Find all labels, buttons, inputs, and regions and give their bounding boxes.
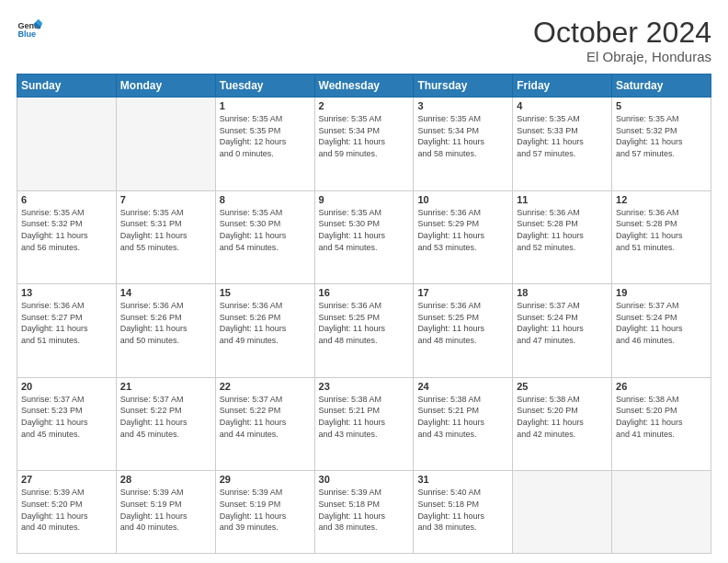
day-number: 3 — [417, 100, 508, 111]
day-detail: Sunrise: 5:39 AM Sunset: 5:19 PM Dayligh… — [120, 487, 211, 533]
day-number: 15 — [220, 287, 311, 298]
location-title: El Obraje, Honduras — [533, 49, 711, 64]
day-number: 21 — [120, 381, 211, 392]
day-detail: Sunrise: 5:35 AM Sunset: 5:33 PM Dayligh… — [517, 113, 608, 159]
day-detail: Sunrise: 5:36 AM Sunset: 5:25 PM Dayligh… — [319, 300, 410, 346]
day-detail: Sunrise: 5:35 AM Sunset: 5:30 PM Dayligh… — [319, 207, 410, 253]
day-cell: 18Sunrise: 5:37 AM Sunset: 5:24 PM Dayli… — [513, 284, 612, 378]
day-cell: 15Sunrise: 5:36 AM Sunset: 5:26 PM Dayli… — [215, 284, 314, 378]
day-number: 9 — [319, 194, 410, 205]
day-detail: Sunrise: 5:38 AM Sunset: 5:20 PM Dayligh… — [616, 394, 707, 440]
day-number: 25 — [517, 381, 608, 392]
day-cell: 30Sunrise: 5:39 AM Sunset: 5:18 PM Dayli… — [314, 471, 414, 554]
day-number: 27 — [21, 474, 112, 485]
day-number: 8 — [220, 194, 311, 205]
day-detail: Sunrise: 5:36 AM Sunset: 5:29 PM Dayligh… — [417, 207, 508, 253]
day-detail: Sunrise: 5:35 AM Sunset: 5:30 PM Dayligh… — [220, 207, 311, 253]
day-number: 5 — [616, 100, 707, 111]
day-cell: 20Sunrise: 5:37 AM Sunset: 5:23 PM Dayli… — [17, 377, 117, 471]
day-detail: Sunrise: 5:37 AM Sunset: 5:24 PM Dayligh… — [517, 300, 608, 346]
week-row-4: 20Sunrise: 5:37 AM Sunset: 5:23 PM Dayli… — [17, 377, 711, 471]
week-row-3: 13Sunrise: 5:36 AM Sunset: 5:27 PM Dayli… — [17, 284, 711, 378]
day-number: 7 — [120, 194, 211, 205]
day-cell — [17, 98, 117, 191]
day-cell: 5Sunrise: 5:35 AM Sunset: 5:32 PM Daylig… — [612, 98, 711, 191]
day-number: 28 — [120, 474, 211, 485]
day-cell: 4Sunrise: 5:35 AM Sunset: 5:33 PM Daylig… — [513, 98, 612, 191]
day-detail: Sunrise: 5:37 AM Sunset: 5:24 PM Dayligh… — [616, 300, 707, 346]
day-cell: 21Sunrise: 5:37 AM Sunset: 5:22 PM Dayli… — [116, 377, 215, 471]
day-cell: 27Sunrise: 5:39 AM Sunset: 5:20 PM Dayli… — [17, 471, 117, 554]
day-cell: 16Sunrise: 5:36 AM Sunset: 5:25 PM Dayli… — [314, 284, 414, 378]
day-detail: Sunrise: 5:39 AM Sunset: 5:19 PM Dayligh… — [220, 487, 311, 533]
day-number: 6 — [21, 194, 112, 205]
day-number: 29 — [220, 474, 311, 485]
day-detail: Sunrise: 5:35 AM Sunset: 5:32 PM Dayligh… — [616, 113, 707, 159]
day-detail: Sunrise: 5:37 AM Sunset: 5:23 PM Dayligh… — [21, 394, 112, 440]
day-detail: Sunrise: 5:39 AM Sunset: 5:18 PM Dayligh… — [319, 487, 410, 533]
day-number: 23 — [319, 381, 410, 392]
day-number: 26 — [616, 381, 707, 392]
day-detail: Sunrise: 5:35 AM Sunset: 5:34 PM Dayligh… — [417, 113, 508, 159]
day-detail: Sunrise: 5:36 AM Sunset: 5:25 PM Dayligh… — [417, 300, 508, 346]
svg-text:Blue: Blue — [17, 29, 36, 39]
day-cell: 6Sunrise: 5:35 AM Sunset: 5:32 PM Daylig… — [17, 190, 117, 284]
day-cell: 12Sunrise: 5:36 AM Sunset: 5:28 PM Dayli… — [612, 190, 711, 284]
day-number: 17 — [417, 287, 508, 298]
col-header-friday: Friday — [513, 75, 612, 98]
day-detail: Sunrise: 5:37 AM Sunset: 5:22 PM Dayligh… — [120, 394, 211, 440]
day-detail: Sunrise: 5:35 AM Sunset: 5:35 PM Dayligh… — [220, 113, 311, 159]
day-cell: 28Sunrise: 5:39 AM Sunset: 5:19 PM Dayli… — [116, 471, 215, 554]
day-number: 2 — [319, 100, 410, 111]
day-detail: Sunrise: 5:36 AM Sunset: 5:27 PM Dayligh… — [21, 300, 112, 346]
col-header-wednesday: Wednesday — [314, 75, 414, 98]
day-cell: 22Sunrise: 5:37 AM Sunset: 5:22 PM Dayli… — [215, 377, 314, 471]
day-number: 10 — [417, 194, 508, 205]
day-cell: 13Sunrise: 5:36 AM Sunset: 5:27 PM Dayli… — [17, 284, 117, 378]
day-cell: 24Sunrise: 5:38 AM Sunset: 5:21 PM Dayli… — [414, 377, 513, 471]
day-cell: 7Sunrise: 5:35 AM Sunset: 5:31 PM Daylig… — [116, 190, 215, 284]
day-cell: 10Sunrise: 5:36 AM Sunset: 5:29 PM Dayli… — [414, 190, 513, 284]
day-detail: Sunrise: 5:35 AM Sunset: 5:31 PM Dayligh… — [120, 207, 211, 253]
logo: General Blue — [17, 17, 42, 42]
day-cell: 17Sunrise: 5:36 AM Sunset: 5:25 PM Dayli… — [414, 284, 513, 378]
day-detail: Sunrise: 5:40 AM Sunset: 5:18 PM Dayligh… — [417, 487, 508, 533]
day-detail: Sunrise: 5:36 AM Sunset: 5:26 PM Dayligh… — [120, 300, 211, 346]
day-cell: 3Sunrise: 5:35 AM Sunset: 5:34 PM Daylig… — [414, 98, 513, 191]
day-number: 18 — [517, 287, 608, 298]
day-number: 4 — [517, 100, 608, 111]
day-cell: 9Sunrise: 5:35 AM Sunset: 5:30 PM Daylig… — [314, 190, 414, 284]
day-cell: 2Sunrise: 5:35 AM Sunset: 5:34 PM Daylig… — [314, 98, 414, 191]
day-number: 16 — [319, 287, 410, 298]
day-number: 20 — [21, 381, 112, 392]
day-detail: Sunrise: 5:38 AM Sunset: 5:21 PM Dayligh… — [417, 394, 508, 440]
day-number: 30 — [319, 474, 410, 485]
day-cell: 29Sunrise: 5:39 AM Sunset: 5:19 PM Dayli… — [215, 471, 314, 554]
day-detail: Sunrise: 5:38 AM Sunset: 5:21 PM Dayligh… — [319, 394, 410, 440]
day-number: 22 — [220, 381, 311, 392]
col-header-thursday: Thursday — [414, 75, 513, 98]
calendar-table: SundayMondayTuesdayWednesdayThursdayFrid… — [17, 74, 711, 554]
week-row-1: 1Sunrise: 5:35 AM Sunset: 5:35 PM Daylig… — [17, 98, 711, 191]
col-header-saturday: Saturday — [612, 75, 711, 98]
day-number: 1 — [220, 100, 311, 111]
day-detail: Sunrise: 5:36 AM Sunset: 5:28 PM Dayligh… — [517, 207, 608, 253]
day-detail: Sunrise: 5:36 AM Sunset: 5:26 PM Dayligh… — [220, 300, 311, 346]
day-cell: 1Sunrise: 5:35 AM Sunset: 5:35 PM Daylig… — [215, 98, 314, 191]
day-cell: 31Sunrise: 5:40 AM Sunset: 5:18 PM Dayli… — [414, 471, 513, 554]
header: General Blue October 2024 El Obraje, Hon… — [17, 17, 711, 64]
page: General Blue October 2024 El Obraje, Hon… — [0, 0, 728, 563]
month-title: October 2024 — [533, 17, 711, 49]
week-row-5: 27Sunrise: 5:39 AM Sunset: 5:20 PM Dayli… — [17, 471, 711, 554]
day-detail: Sunrise: 5:37 AM Sunset: 5:22 PM Dayligh… — [220, 394, 311, 440]
day-cell: 26Sunrise: 5:38 AM Sunset: 5:20 PM Dayli… — [612, 377, 711, 471]
day-cell: 14Sunrise: 5:36 AM Sunset: 5:26 PM Dayli… — [116, 284, 215, 378]
day-cell — [612, 471, 711, 554]
col-header-monday: Monday — [116, 75, 215, 98]
day-detail: Sunrise: 5:38 AM Sunset: 5:20 PM Dayligh… — [517, 394, 608, 440]
day-cell: 8Sunrise: 5:35 AM Sunset: 5:30 PM Daylig… — [215, 190, 314, 284]
col-header-tuesday: Tuesday — [215, 75, 314, 98]
day-number: 13 — [21, 287, 112, 298]
logo-icon: General Blue — [17, 17, 42, 42]
day-number: 11 — [517, 194, 608, 205]
